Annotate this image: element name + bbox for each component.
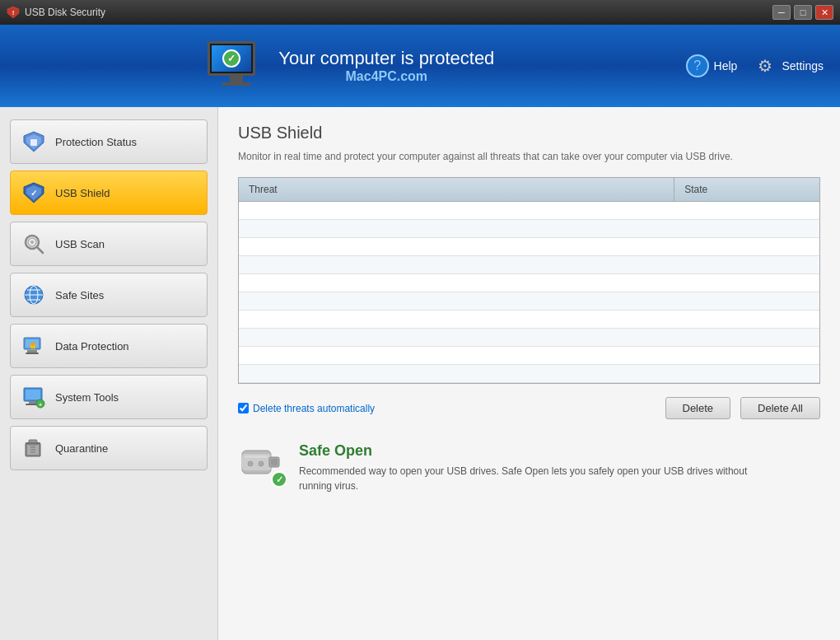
title-bar-left: ! USB Disk Security (7, 6, 105, 19)
svg-line-10 (37, 247, 43, 253)
svg-rect-19 (27, 350, 37, 353)
svg-rect-25 (29, 401, 37, 404)
safe-open-description: Recommended way to open your USB drives.… (299, 464, 777, 493)
threat-table-body (239, 202, 819, 383)
delete-all-button[interactable]: Delete All (740, 397, 820, 419)
sidebar: Protection Status ✓ USB Shield (0, 107, 218, 640)
sidebar-item-label: Quarantine (55, 442, 108, 455)
usb-shield-icon: ✓ (21, 180, 47, 206)
main-layout: Protection Status ✓ USB Shield (0, 107, 840, 640)
delete-button[interactable]: Delete (665, 397, 731, 419)
settings-icon: ⚙ (754, 54, 777, 77)
usb-icon-area: ✓ (238, 442, 287, 488)
state-column-header: State (674, 178, 819, 202)
sidebar-item-quarantine[interactable]: Quarantine (10, 426, 208, 470)
monitor-stand (230, 76, 243, 82)
delete-auto-label: Delete threats automatically (253, 403, 375, 414)
help-icon: ? (686, 54, 709, 77)
sidebar-item-usb-scan[interactable]: USB Scan (10, 222, 208, 266)
help-label: Help (714, 59, 738, 72)
content-area: USB Shield Monitor in real time and prot… (218, 107, 840, 640)
close-button[interactable]: ✕ (815, 5, 833, 20)
content-description: Monitor in real time and protect your co… (238, 149, 798, 164)
svg-rect-20 (26, 353, 39, 354)
table-row (239, 202, 819, 220)
data-protection-icon (21, 333, 47, 359)
minimize-button[interactable]: ─ (772, 5, 791, 20)
protection-status-icon (21, 128, 47, 155)
svg-rect-31 (29, 440, 37, 445)
table-row (239, 220, 819, 238)
sidebar-item-safe-sites[interactable]: Safe Sites (10, 273, 208, 317)
monitor-icon: ✓ (208, 41, 265, 91)
title-bar-controls: ─ □ ✕ (772, 5, 833, 20)
delete-auto-checkbox-label[interactable]: Delete threats automatically (238, 403, 375, 414)
monitor-screen: ✓ (208, 41, 255, 76)
threat-column-header: Threat (239, 178, 674, 202)
table-row (239, 292, 819, 311)
threat-table-container: Threat State (238, 177, 820, 384)
table-row (239, 256, 819, 274)
sidebar-item-label: Safe Sites (55, 289, 104, 301)
header-right: ? Help ⚙ Settings (686, 54, 824, 77)
svg-point-42 (259, 461, 264, 466)
svg-rect-39 (271, 459, 278, 465)
sidebar-item-data-protection[interactable]: Data Protection (10, 324, 208, 368)
system-tools-icon: + (21, 384, 47, 410)
table-row (239, 238, 819, 256)
safe-open-section: ✓ Safe Open Recommended way to open your… (238, 436, 820, 493)
sidebar-item-label: System Tools (55, 391, 119, 404)
svg-text:!: ! (12, 9, 15, 16)
svg-rect-40 (245, 455, 268, 458)
sidebar-item-protection-status[interactable]: Protection Status (10, 119, 208, 164)
title-bar: ! USB Disk Security ─ □ ✕ (0, 0, 840, 25)
safe-check-badge: ✓ (271, 471, 287, 488)
sidebar-item-label: Protection Status (55, 136, 137, 148)
content-title: USB Shield (238, 124, 820, 142)
table-row (239, 274, 819, 292)
bottom-controls: Delete threats automatically Delete Dele… (238, 397, 820, 419)
app-icon: ! (7, 6, 20, 19)
settings-label: Settings (782, 59, 824, 72)
svg-point-41 (248, 461, 253, 466)
quarantine-icon (21, 435, 47, 461)
sidebar-item-label: USB Scan (55, 238, 105, 250)
svg-text:+: + (39, 402, 42, 408)
svg-rect-4 (30, 139, 37, 146)
usb-scan-icon (21, 231, 47, 257)
delete-auto-checkbox[interactable] (238, 403, 249, 413)
protected-text: Your computer is protected (278, 48, 494, 69)
header-monitor-area: ✓ Your computer is protected Mac4PC.com (208, 41, 494, 91)
header-text-area: Your computer is protected Mac4PC.com (278, 48, 494, 84)
safe-open-title: Safe Open (299, 442, 777, 460)
svg-text:✓: ✓ (30, 189, 37, 198)
svg-point-11 (30, 241, 34, 244)
monitor-base (222, 82, 251, 86)
monitor-screen-inner: ✓ (212, 45, 251, 72)
table-row (239, 365, 819, 383)
sidebar-item-label: USB Shield (55, 187, 110, 199)
settings-button[interactable]: ⚙ Settings (754, 54, 824, 77)
table-row (239, 347, 819, 365)
check-circle-icon: ✓ (222, 49, 240, 68)
safe-open-text-area: Safe Open Recommended way to open your U… (299, 442, 777, 493)
sidebar-item-label: Data Protection (55, 340, 129, 353)
table-row (239, 311, 819, 329)
svg-rect-24 (26, 390, 40, 399)
brand-text: Mac4PC.com (278, 69, 494, 84)
threat-table: Threat State (239, 178, 819, 383)
sidebar-item-system-tools[interactable]: + System Tools (10, 375, 208, 419)
help-button[interactable]: ? Help (686, 54, 738, 77)
table-row (239, 329, 819, 347)
title-bar-title: USB Disk Security (25, 7, 105, 18)
maximize-button[interactable]: □ (794, 5, 812, 20)
safe-sites-icon (21, 282, 47, 308)
header-center: ✓ Your computer is protected Mac4PC.com (16, 41, 686, 91)
header-banner: ✓ Your computer is protected Mac4PC.com … (0, 25, 840, 107)
sidebar-item-usb-shield[interactable]: ✓ USB Shield (10, 171, 208, 215)
